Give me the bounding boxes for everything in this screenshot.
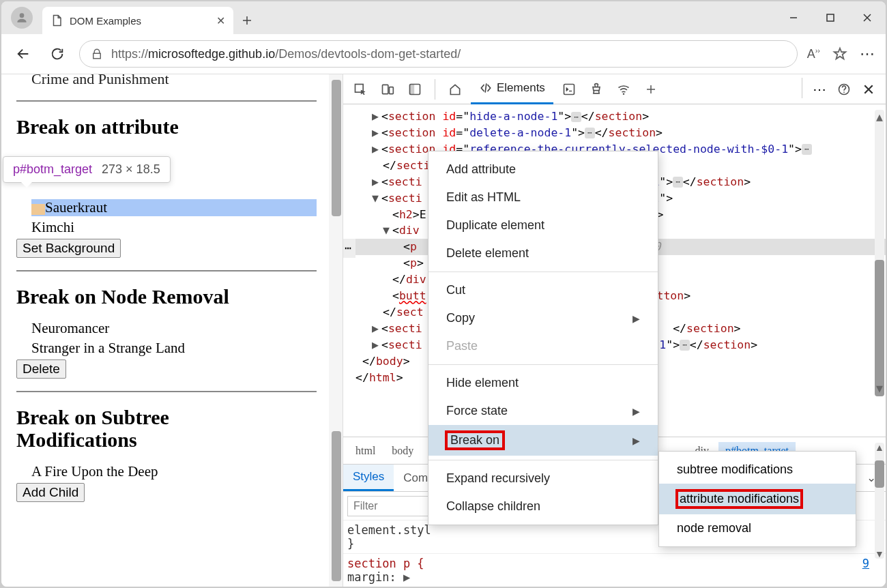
ctx-cut[interactable]: Cut (428, 276, 658, 304)
devtools-panel: Elements ⋯ ▶<section id="hide-a-node-1">… (343, 74, 886, 587)
list-item: Kimchi (31, 219, 317, 236)
browser-toolbar: https://microsoftedge.github.io/Demos/de… (1, 34, 886, 74)
svg-point-0 (20, 13, 25, 18)
section-heading: Break on SubtreeModifications (16, 406, 317, 451)
ctx-delete[interactable]: Delete element (428, 239, 658, 267)
sources-tab-icon[interactable] (585, 78, 608, 101)
section-heading: Break on attribute (16, 115, 317, 138)
list-item: Neuromancer (31, 320, 317, 337)
svg-rect-6 (410, 84, 415, 94)
submenu-subtree[interactable]: subtree modifications (659, 456, 856, 484)
list-item: Stranger in a Strange Land (31, 340, 317, 357)
ctx-break-on[interactable]: Break on▶ (428, 425, 658, 456)
submenu-node-removal[interactable]: node removal (659, 514, 856, 542)
read-aloud-icon[interactable]: A›› (807, 46, 820, 61)
svg-point-10 (843, 91, 845, 93)
more-tabs-icon[interactable] (639, 78, 663, 101)
elements-tab[interactable]: Elements (471, 74, 553, 104)
profile-avatar[interactable] (11, 7, 33, 29)
css-source-link[interactable]: 9 (862, 557, 869, 570)
highlighted-element[interactable]: Sauerkraut (31, 199, 317, 216)
svg-rect-7 (564, 84, 574, 94)
element-tooltip: p#botm_target 273 × 18.5 (3, 156, 171, 183)
dom-scrollbar[interactable]: ▲ ▼ (875, 110, 884, 396)
network-tab-icon[interactable] (612, 78, 635, 101)
svg-rect-4 (390, 87, 394, 93)
browser-titlebar: DOM Examples ✕ (1, 1, 886, 34)
device-icon[interactable] (376, 78, 399, 101)
maximize-button[interactable] (812, 4, 849, 31)
devtools-more-icon[interactable]: ⋯ (808, 78, 831, 101)
close-window-button[interactable] (849, 4, 886, 31)
lock-icon (91, 48, 103, 60)
page-icon (50, 14, 63, 27)
new-tab-button[interactable] (233, 7, 261, 34)
inspect-icon[interactable] (349, 78, 372, 101)
welcome-tab-icon[interactable] (444, 78, 467, 101)
svg-rect-3 (383, 85, 388, 93)
tooltip-dimensions: 273 × 18.5 (102, 162, 160, 177)
delete-button[interactable]: Delete (16, 359, 66, 379)
set-background-button[interactable]: Set Background (16, 239, 121, 258)
devtools-header: Elements ⋯ (343, 74, 886, 104)
styles-filter-input[interactable] (347, 496, 429, 516)
devtools-help-icon[interactable] (832, 78, 856, 101)
page-content: Crime and Punishment Break on attribute … (1, 74, 329, 587)
svg-rect-1 (827, 14, 834, 21)
refresh-button[interactable] (45, 42, 70, 66)
tooltip-selector: p#botm_target (13, 162, 92, 177)
ctx-edit-html[interactable]: Edit as HTML (428, 183, 658, 211)
address-bar[interactable]: https://microsoftedge.github.io/Demos/de… (79, 40, 798, 68)
section-heading: Break on Node Removal (16, 285, 317, 308)
styles-tab[interactable]: Styles (343, 465, 394, 491)
list-item: A Fire Upon the Deep (31, 463, 317, 480)
ctx-copy[interactable]: Copy▶ (428, 304, 658, 332)
ctx-expand[interactable]: Expand recursively (428, 465, 658, 493)
dock-icon[interactable] (403, 78, 426, 101)
ctx-paste: Paste (428, 332, 658, 360)
back-button[interactable] (11, 42, 35, 66)
page-scrollbar[interactable] (329, 74, 343, 587)
tab-close-icon[interactable]: ✕ (216, 14, 225, 27)
ctx-add-attribute[interactable]: Add attribute (428, 156, 658, 183)
ctx-duplicate[interactable]: Duplicate element (428, 211, 658, 239)
favorite-icon[interactable] (832, 46, 847, 61)
minimize-button[interactable] (775, 4, 812, 31)
svg-point-8 (623, 93, 625, 95)
more-menu-icon[interactable]: ⋯ (860, 45, 876, 63)
ctx-collapse[interactable]: Collapse children (428, 493, 658, 520)
devtools-close-icon[interactable] (857, 78, 880, 101)
console-tab-icon[interactable] (557, 78, 581, 101)
add-child-button[interactable]: Add Child (16, 483, 85, 502)
break-on-submenu: subtree modifications attribute modifica… (658, 451, 856, 547)
tab-title: DOM Examples (70, 15, 209, 27)
context-menu: Add attribute Edit as HTML Duplicate ele… (428, 151, 658, 525)
ctx-force-state[interactable]: Force state▶ (428, 397, 658, 425)
submenu-attribute[interactable]: attribute modifications (659, 484, 856, 514)
ctx-hide[interactable]: Hide element (428, 369, 658, 397)
browser-tab[interactable]: DOM Examples ✕ (42, 7, 233, 34)
styles-scrollbar[interactable]: ▲ ▼ (875, 443, 884, 559)
list-item: Crime and Punishment (31, 74, 317, 88)
